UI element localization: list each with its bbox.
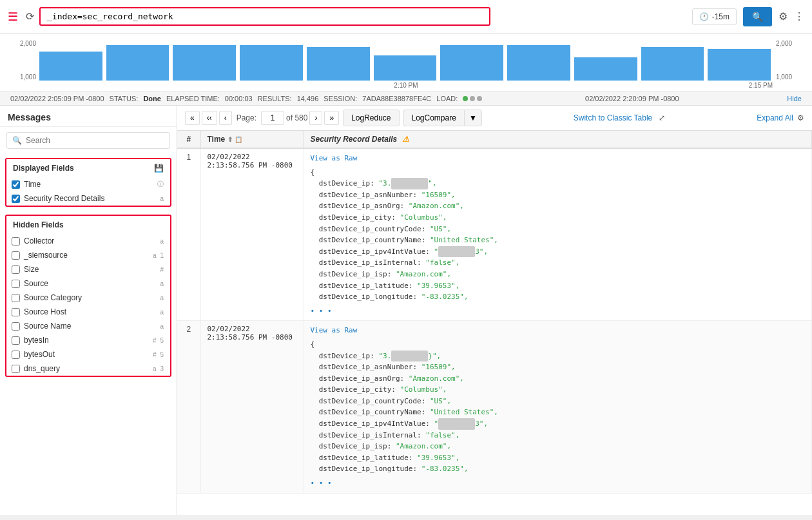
load-dots — [463, 96, 482, 101]
chart-area: 2,000 1,000 2,000 1,000 2:10 PM 2:15 PM — [0, 34, 812, 92]
field-bytesout-checkbox[interactable] — [12, 351, 20, 359]
field-source-category-badge: a — [160, 294, 164, 302]
log-reduce-button[interactable]: LogReduce — [343, 110, 399, 126]
field-bytesin[interactable]: bytesIn # 5 — [6, 333, 170, 347]
log-compare-dropdown[interactable]: ▼ — [464, 110, 482, 126]
field-bytesout-badge: # — [153, 351, 157, 358]
field-siemsource-label: _siemsource — [24, 251, 148, 260]
hidden-fields-header: Hidden Fields — [6, 216, 170, 234]
field-dns-query-count: 3 — [160, 365, 164, 372]
query-input[interactable] — [39, 7, 490, 26]
history-icon[interactable]: ⟳ — [26, 10, 34, 23]
field-size-checkbox[interactable] — [12, 265, 20, 274]
row-time: 02/02/20222:13:58.756 PM -0800 — [200, 148, 304, 321]
field-dns-query-checkbox[interactable] — [12, 365, 20, 373]
field-source-checkbox[interactable] — [12, 280, 20, 288]
field-size-label: Size — [24, 265, 155, 274]
nav-last-button[interactable]: » — [324, 111, 339, 125]
view-raw-link-2[interactable]: View as Raw — [311, 325, 806, 336]
field-source-label: Source — [24, 279, 155, 288]
field-source[interactable]: Source a — [6, 276, 170, 291]
field-source-host[interactable]: Source Host a — [6, 305, 170, 319]
field-collector-badge: a — [160, 238, 164, 245]
fullscreen-icon[interactable]: ⤢ — [659, 113, 665, 122]
row-number: 2 — [177, 321, 200, 493]
expand-all-button[interactable]: Expand All — [757, 113, 793, 122]
sidebar-header: Messages — [0, 106, 177, 127]
chart-bar — [240, 45, 303, 81]
field-siemsource[interactable]: _siemsource a 1 — [6, 248, 170, 262]
field-collector-checkbox[interactable] — [12, 237, 20, 246]
field-source-name-badge: a — [160, 323, 164, 330]
field-siemsource-count: 1 — [160, 252, 164, 259]
search-button[interactable]: 🔍 — [743, 7, 772, 26]
chart-bar — [307, 47, 370, 81]
time-sort-icon: ⬆ — [227, 136, 233, 143]
row-details: View as Raw { dstDevice_ip: "3. }", dstD… — [304, 321, 812, 493]
load-label: LOAD: — [436, 95, 458, 102]
field-time[interactable]: Time ⓘ — [6, 177, 170, 191]
chart-y-top: 2,000 — [10, 40, 36, 47]
chart-bar — [39, 52, 102, 81]
expand-row-1[interactable]: • • • — [311, 305, 806, 317]
more-options-icon[interactable]: ⋮ — [794, 10, 804, 23]
expand-row-2[interactable]: • • • — [311, 477, 806, 489]
field-source-name[interactable]: Source Name a — [6, 319, 170, 333]
displayed-fields-section: Displayed Fields 💾 Time ⓘ Security Recor… — [5, 158, 171, 207]
nav-next-button[interactable]: › — [309, 111, 322, 125]
chart-time-label-3: 2:15 PM — [528, 82, 773, 89]
field-source-category[interactable]: Source Category a — [6, 291, 170, 305]
field-dns-query[interactable]: dns_query a 3 — [6, 361, 170, 376]
chart-bar — [106, 45, 169, 81]
results-table: # Time ⬆ 📋 Security Record Details ⚠ — [177, 131, 812, 515]
session-value: 7ADA88E38878FE4C — [362, 95, 431, 102]
field-source-category-checkbox[interactable] — [12, 294, 20, 302]
time-picker-button[interactable]: 🕐 -15m — [692, 8, 737, 25]
results-label: RESULTS: — [258, 95, 292, 102]
field-bytesout[interactable]: bytesOut # 5 — [6, 347, 170, 361]
gear-icon[interactable]: ⚙ — [778, 10, 788, 23]
hide-button[interactable]: Hide — [787, 95, 802, 102]
session-label: SESSION: — [324, 95, 357, 102]
col-header-time[interactable]: Time ⬆ 📋 — [200, 131, 304, 148]
page-number-input[interactable] — [261, 111, 284, 125]
field-size[interactable]: Size # — [6, 262, 170, 276]
chart-bar — [173, 45, 236, 81]
log-compare-button[interactable]: LogCompare — [403, 110, 464, 126]
field-security-record-checkbox[interactable] — [12, 195, 20, 203]
field-security-record[interactable]: Security Record Details a — [6, 191, 170, 206]
field-time-badge: ⓘ — [157, 180, 164, 189]
field-source-category-label: Source Category — [24, 293, 155, 302]
field-size-badge: # — [160, 266, 164, 273]
nav-prev-button[interactable]: ‹ — [219, 111, 232, 125]
nav-first-button[interactable]: « — [185, 111, 200, 125]
displayed-fields-header: Displayed Fields 💾 — [6, 159, 170, 177]
field-dns-query-badge: a — [153, 365, 157, 372]
chart-bar — [641, 47, 704, 81]
time-copy-icon[interactable]: 📋 — [235, 136, 242, 143]
page-navigation: « ‹‹ ‹ Page: of 580 › » — [185, 111, 339, 125]
search-box[interactable]: 🔍 — [6, 132, 170, 149]
field-security-record-label: Security Record Details — [24, 194, 155, 203]
results-value: 14,496 — [297, 95, 319, 102]
field-bytesout-count: 5 — [160, 351, 164, 358]
switch-classic-button[interactable]: Switch to Classic Table — [574, 113, 653, 122]
field-bytesin-checkbox[interactable] — [12, 336, 20, 345]
table-row: 1 02/02/20222:13:58.756 PM -0800 View as… — [177, 148, 812, 321]
field-siemsource-checkbox[interactable] — [12, 251, 20, 260]
field-source-host-checkbox[interactable] — [12, 308, 20, 316]
view-raw-link[interactable]: View as Raw — [311, 153, 806, 164]
table-settings-icon[interactable]: ⚙ — [797, 113, 804, 122]
nav-prev-prev-button[interactable]: ‹‹ — [202, 111, 217, 125]
chart-bar — [574, 57, 637, 81]
row-details: View as Raw { dstDevice_ip: "3. ", dstDe… — [304, 148, 812, 321]
save-fields-icon[interactable]: 💾 — [154, 164, 164, 173]
field-time-checkbox[interactable] — [12, 180, 20, 189]
col-header-hash: # — [177, 131, 200, 148]
sidebar: Messages 🔍 Displayed Fields 💾 Time ⓘ Sec… — [0, 106, 177, 515]
search-input[interactable] — [26, 136, 164, 145]
field-source-name-checkbox[interactable] — [12, 322, 20, 331]
field-collector[interactable]: Collector a — [6, 234, 170, 248]
status-value: Done — [143, 95, 161, 102]
right-panel: « ‹‹ ‹ Page: of 580 › » LogReduce LogCom… — [177, 106, 812, 515]
